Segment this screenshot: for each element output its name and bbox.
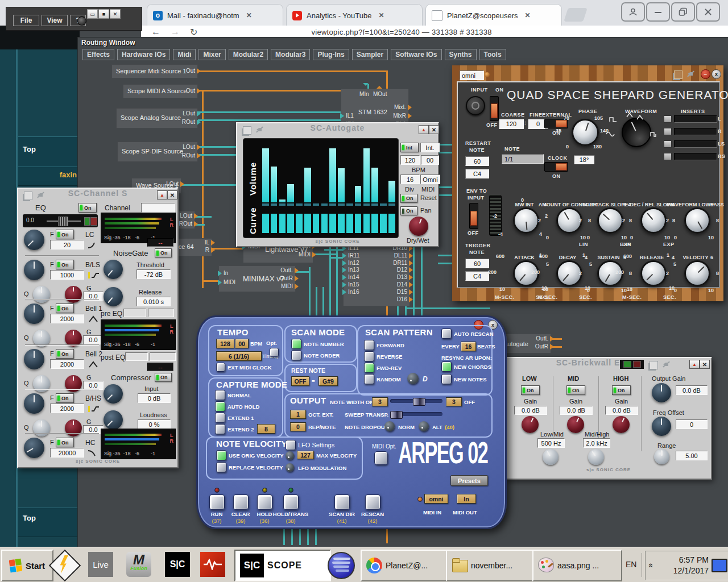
rescan-beats-value[interactable]: 16: [461, 342, 476, 351]
input-value[interactable]: 0 dB: [138, 393, 171, 403]
output-port-arrow[interactable]: [409, 253, 413, 259]
insert-slot[interactable]: [674, 153, 717, 160]
band-q-knob[interactable]: [33, 330, 50, 347]
note-value[interactable]: 1/1: [502, 154, 544, 164]
mid-high-knob[interactable]: [588, 449, 604, 465]
brickwall-minimize-icon[interactable]: [689, 360, 700, 369]
routing-menu-midi[interactable]: Midi: [173, 49, 196, 60]
curve-bar[interactable]: [271, 214, 278, 233]
output-port-arrow[interactable]: [408, 113, 412, 119]
input-port-arrow[interactable]: [342, 275, 346, 280]
window-restore-icon[interactable]: [671, 2, 695, 22]
output-port-arrow[interactable]: [211, 247, 215, 253]
auto-hold-button[interactable]: [215, 401, 225, 411]
scan-dir-button[interactable]: [334, 494, 350, 510]
trigger-note-name[interactable]: C4: [465, 271, 489, 281]
band-on-toggle[interactable]: On: [56, 260, 74, 269]
curve-bar[interactable]: [346, 214, 353, 233]
knob[interactable]: [684, 260, 710, 286]
output-port-arrow[interactable]: [550, 336, 554, 342]
dry-wet-knob[interactable]: [409, 217, 428, 236]
band-freq-knob[interactable]: [24, 393, 44, 414]
bw-gain-knob[interactable]: [613, 416, 630, 433]
band-freq-knob[interactable]: [24, 260, 44, 280]
output-port-arrow[interactable]: [197, 119, 201, 125]
routing-menu-hardware-ios[interactable]: Hardware IOs: [117, 49, 170, 60]
mfusion-icon[interactable]: MFusion: [126, 552, 152, 578]
curve-bar[interactable]: [296, 214, 303, 233]
freq-offset-value[interactable]: 0: [676, 419, 708, 429]
forward-button[interactable]: [364, 340, 374, 350]
bw-gain-knob[interactable]: [522, 416, 539, 433]
output-port-arrow[interactable]: [295, 284, 299, 289]
fwd-rev-button[interactable]: [364, 363, 374, 373]
scope-maximize-icon[interactable]: ■: [98, 9, 109, 19]
threshold-value[interactable]: -72 dB: [136, 269, 171, 279]
autogate-reset-toggle[interactable]: On: [400, 194, 417, 203]
module-scope-spdif-source[interactable]: Scope SP-DIF SourceLOutROut: [118, 142, 197, 161]
max-velocity-value[interactable]: 127: [297, 451, 314, 459]
mute-icon[interactable]: [662, 360, 670, 368]
tray-chevron-icon[interactable]: «: [647, 563, 656, 568]
compressor-on-toggle[interactable]: On: [155, 373, 172, 382]
slider-thumb[interactable]: [58, 217, 68, 226]
midi-out-value[interactable]: In: [457, 494, 476, 504]
routing-menu-mixer[interactable]: Mixer: [198, 49, 225, 60]
red-button[interactable]: [90, 217, 97, 226]
shepard-minimize-icon[interactable]: −: [701, 69, 710, 79]
restart-note-name[interactable]: C4: [465, 169, 489, 178]
curve-bar[interactable]: [355, 214, 362, 233]
url-text[interactable]: viewtopic.php?f=100&t=250240 — 331338 # …: [311, 28, 491, 36]
module-port-rack[interactable]: IL11IR11In12In13In14In15In16DR10DL11DR11…: [344, 242, 410, 306]
shepard-coarse-value[interactable]: 120: [499, 119, 524, 129]
gate-release-knob[interactable]: [104, 287, 123, 306]
output-port-arrow[interactable]: [197, 88, 201, 94]
output-port-arrow[interactable]: [197, 68, 201, 74]
new-notes-button[interactable]: [441, 374, 452, 384]
max-velocity-knob[interactable]: [286, 451, 294, 460]
scope-task-button[interactable]: S|C SCOPE: [234, 550, 331, 581]
autogate-int-toggle[interactable]: Int: [400, 143, 419, 152]
band-on-toggle[interactable]: On: [56, 349, 74, 359]
use-orig-velocity-button[interactable]: [216, 450, 226, 460]
note-order-button[interactable]: [291, 350, 301, 360]
chrome-task-button[interactable]: PlanetZ@...: [361, 550, 450, 581]
bw-gain-value[interactable]: 0.0 dB: [560, 406, 593, 415]
pre-eq-field[interactable]: [148, 309, 174, 317]
band-freq-value[interactable]: 2000: [50, 404, 84, 413]
winamp-icon[interactable]: [51, 552, 77, 578]
extend-1-button[interactable]: [215, 413, 225, 423]
band-on-toggle[interactable]: On: [56, 438, 74, 447]
note-width-thumb[interactable]: [413, 398, 425, 406]
pre-eq-field[interactable]: [123, 309, 146, 317]
rest-note-value[interactable]: OFF: [291, 376, 309, 386]
sidebar-bottom-link[interactable]: Top: [18, 508, 81, 537]
lfo-modulation-knob[interactable]: [286, 463, 294, 472]
autogate-midi-value[interactable]: Omni: [420, 174, 440, 184]
band-on-toggle[interactable]: On: [56, 230, 74, 239]
routing-menu-sampler[interactable]: Sampler: [352, 49, 388, 60]
autogate-bpm-a[interactable]: 120: [400, 155, 420, 165]
random-button[interactable]: [364, 374, 374, 384]
note-number-button[interactable]: [291, 339, 301, 349]
random-knob[interactable]: [407, 373, 419, 384]
insert-slot[interactable]: [674, 115, 717, 123]
ext-midi-clock-button[interactable]: [216, 363, 225, 372]
bw-band-on-toggle[interactable]: On: [612, 385, 631, 395]
insert-slot[interactable]: [674, 140, 717, 148]
tempo-opt-button[interactable]: [270, 348, 279, 357]
tempo-bpm-a[interactable]: 128: [216, 339, 234, 348]
brickwall-close-icon[interactable]: [700, 360, 710, 369]
sweep-thumb[interactable]: [390, 411, 403, 419]
output-port-arrow[interactable]: [194, 213, 198, 219]
curve-bar[interactable]: [380, 214, 387, 233]
routing-menu-tools[interactable]: Tools: [479, 49, 506, 60]
menu-view[interactable]: View: [42, 15, 68, 26]
output-port-arrow[interactable]: [550, 344, 554, 350]
oct-ext-value[interactable]: 1: [290, 410, 306, 419]
insert-slot[interactable]: [674, 128, 717, 135]
output-port-arrow[interactable]: [409, 282, 413, 288]
input-port-arrow[interactable]: [342, 260, 346, 266]
clock[interactable]: 6:57 PM12/1/2017: [656, 555, 709, 576]
channel-name-field[interactable]: [141, 203, 175, 213]
